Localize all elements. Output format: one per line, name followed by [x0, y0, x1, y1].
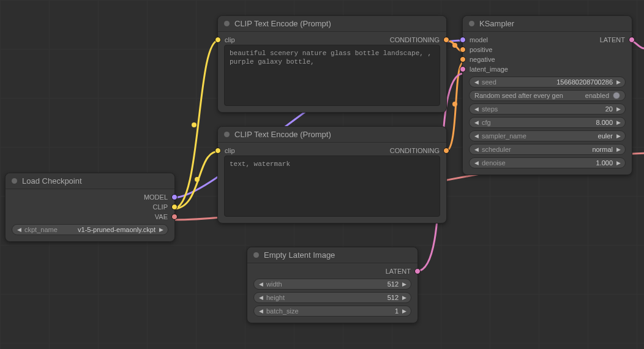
- ckpt-name-widget[interactable]: ◀ ckpt_name v1-5-pruned-emaonly.ckpt ▶: [12, 224, 168, 235]
- node-header[interactable]: Empty Latent Image: [247, 247, 417, 263]
- input-label: latent_image: [470, 66, 508, 73]
- width-widget[interactable]: ◀ width 512 ▶: [253, 279, 411, 290]
- node-title: Load Checkpoint: [22, 176, 82, 186]
- widget-label: denoise: [482, 159, 506, 167]
- collapse-icon[interactable]: [224, 132, 230, 137]
- widget-label: scheduler: [482, 146, 511, 153]
- collapse-icon[interactable]: [253, 252, 259, 258]
- svg-point-1: [195, 177, 200, 182]
- chevron-right-icon[interactable]: ▶: [401, 308, 407, 314]
- chevron-left-icon[interactable]: ◀: [473, 79, 479, 85]
- widget-label: height: [266, 294, 285, 301]
- chevron-left-icon[interactable]: ◀: [473, 133, 479, 139]
- input-label: negative: [470, 56, 495, 63]
- seed-widget[interactable]: ◀ seed 156680208700286 ▶: [469, 77, 626, 88]
- node-ksampler[interactable]: KSampler model LATENT positive negative …: [462, 15, 632, 175]
- widget-label: sampler_name: [482, 132, 526, 140]
- chevron-right-icon[interactable]: ▶: [158, 227, 164, 233]
- port-negative-in[interactable]: [460, 56, 466, 62]
- node-empty-latent-image[interactable]: Empty Latent Image LATENT ◀ width 512 ▶ …: [247, 247, 418, 323]
- chevron-right-icon[interactable]: ▶: [615, 160, 621, 166]
- output-label: CLIP: [153, 203, 168, 211]
- height-widget[interactable]: ◀ height 512 ▶: [253, 292, 411, 303]
- port-vae-out[interactable]: [171, 214, 178, 220]
- chevron-right-icon[interactable]: ▶: [615, 79, 621, 85]
- chevron-right-icon[interactable]: ▶: [615, 146, 621, 152]
- node-title: CLIP Text Encode (Prompt): [234, 130, 331, 139]
- widget-label: steps: [482, 105, 498, 113]
- node-header[interactable]: Load Checkpoint: [6, 173, 174, 189]
- widget-value: 1: [299, 307, 399, 315]
- input-label: clip: [225, 36, 235, 43]
- svg-point-0: [192, 122, 197, 127]
- prompt-textarea[interactable]: beautiful scenery nature glass bottle la…: [224, 45, 440, 106]
- node-title: KSampler: [479, 19, 514, 28]
- widget-value: euler: [526, 132, 613, 140]
- widget-value: normal: [511, 146, 613, 153]
- output-label: CONDITIONING: [390, 147, 440, 154]
- steps-widget[interactable]: ◀ steps 20 ▶: [469, 103, 626, 114]
- widget-value: 1.000: [506, 159, 613, 167]
- widget-label: seed: [482, 78, 496, 86]
- chevron-right-icon[interactable]: ▶: [615, 133, 621, 139]
- widget-value: 156680208700286: [496, 78, 613, 86]
- widget-label: width: [266, 280, 282, 288]
- chevron-left-icon[interactable]: ◀: [258, 295, 264, 301]
- collapse-icon[interactable]: [469, 21, 474, 26]
- node-title: Empty Latent Image: [264, 250, 335, 260]
- chevron-left-icon[interactable]: ◀: [473, 119, 479, 126]
- widget-value: enabled: [585, 92, 609, 99]
- widget-label: ckpt_name: [24, 226, 58, 233]
- chevron-left-icon[interactable]: ◀: [473, 106, 479, 112]
- denoise-widget[interactable]: ◀ denoise 1.000 ▶: [469, 157, 626, 168]
- toggle-icon[interactable]: [613, 92, 620, 99]
- port-latent-in[interactable]: [460, 66, 466, 72]
- input-label: model: [470, 36, 488, 43]
- port-model-in[interactable]: [460, 37, 466, 43]
- widget-label: cfg: [482, 119, 491, 126]
- prompt-textarea[interactable]: text, watermark: [224, 156, 440, 217]
- node-load-checkpoint[interactable]: Load Checkpoint MODEL CLIP VAE ◀ ckpt_na…: [5, 173, 175, 242]
- sampler-widget[interactable]: ◀ sampler_name euler ▶: [469, 130, 626, 141]
- node-header[interactable]: CLIP Text Encode (Prompt): [218, 16, 446, 32]
- port-model-out[interactable]: [171, 194, 178, 200]
- output-label: LATENT: [600, 36, 625, 43]
- widget-value: v1-5-pruned-emaonly.ckpt: [58, 226, 155, 233]
- collapse-icon[interactable]: [224, 21, 230, 26]
- port-clip-out[interactable]: [171, 204, 178, 210]
- widget-label: Random seed after every gen: [474, 92, 563, 99]
- chevron-right-icon[interactable]: ▶: [615, 106, 621, 112]
- chevron-left-icon[interactable]: ◀: [473, 146, 479, 152]
- svg-point-2: [452, 43, 457, 48]
- node-clip-text-encode-negative[interactable]: CLIP Text Encode (Prompt) clip CONDITION…: [217, 126, 447, 223]
- widget-value: 512: [282, 280, 399, 288]
- node-header[interactable]: KSampler: [463, 16, 632, 32]
- chevron-right-icon[interactable]: ▶: [401, 281, 407, 287]
- scheduler-widget[interactable]: ◀ scheduler normal ▶: [469, 144, 626, 155]
- batch-size-widget[interactable]: ◀ batch_size 1 ▶: [253, 306, 411, 317]
- port-clip-in[interactable]: [215, 37, 221, 43]
- port-latent-out[interactable]: [629, 37, 635, 43]
- chevron-right-icon[interactable]: ▶: [615, 119, 621, 126]
- port-latent-out[interactable]: [414, 268, 421, 274]
- port-conditioning-out[interactable]: [443, 148, 449, 154]
- collapse-icon[interactable]: [12, 178, 17, 184]
- chevron-left-icon[interactable]: ◀: [16, 227, 22, 233]
- output-label: CONDITIONING: [390, 36, 440, 43]
- input-label: positive: [470, 46, 492, 53]
- random-seed-toggle[interactable]: Random seed after every gen enabled: [469, 90, 626, 101]
- output-label: MODEL: [144, 193, 168, 201]
- cfg-widget[interactable]: ◀ cfg 8.000 ▶: [469, 117, 626, 128]
- node-header[interactable]: CLIP Text Encode (Prompt): [218, 127, 446, 143]
- port-positive-in[interactable]: [460, 47, 466, 53]
- chevron-left-icon[interactable]: ◀: [258, 308, 264, 314]
- chevron-left-icon[interactable]: ◀: [258, 281, 264, 287]
- port-clip-in[interactable]: [215, 148, 221, 154]
- chevron-right-icon[interactable]: ▶: [401, 295, 407, 301]
- input-label: clip: [225, 147, 235, 154]
- port-conditioning-out[interactable]: [443, 37, 449, 43]
- node-title: CLIP Text Encode (Prompt): [234, 19, 331, 28]
- chevron-left-icon[interactable]: ◀: [473, 160, 479, 166]
- widget-value: 8.000: [491, 119, 613, 126]
- node-clip-text-encode-positive[interactable]: CLIP Text Encode (Prompt) clip CONDITION…: [217, 15, 447, 113]
